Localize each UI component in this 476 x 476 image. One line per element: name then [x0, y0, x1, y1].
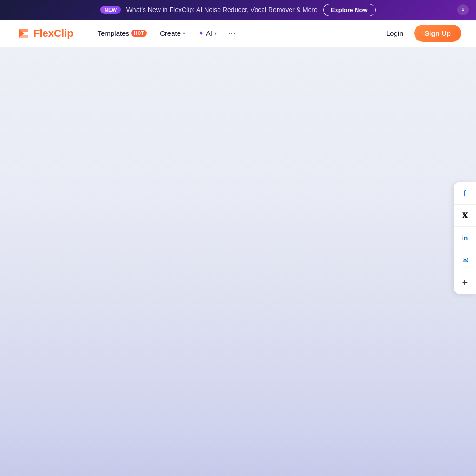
logo-clip: Clip [54, 27, 73, 39]
logo-text: FlexClip [33, 27, 73, 40]
navbar: FlexClip Templates HOT Create ▾ ✦ AI ▾ ·… [0, 20, 476, 47]
twitter-x-icon: 𝕏 [462, 212, 468, 220]
signup-button[interactable]: Sign Up [414, 25, 461, 42]
login-button[interactable]: Login [381, 26, 409, 41]
new-badge: NEW [100, 6, 120, 14]
templates-label: Templates [98, 29, 129, 37]
logo[interactable]: FlexClip [15, 25, 73, 42]
linkedin-icon: in [462, 234, 468, 242]
nav-templates[interactable]: Templates HOT [92, 26, 152, 41]
linkedin-share-button[interactable]: in [454, 227, 476, 249]
logo-flex: Flex [33, 27, 54, 39]
explore-now-button[interactable]: Explore Now [323, 4, 376, 16]
more-share-button[interactable]: + [454, 271, 476, 294]
twitter-share-button[interactable]: 𝕏 [454, 205, 476, 227]
ai-chevron-icon: ▾ [214, 31, 217, 36]
ai-label: AI [206, 29, 212, 37]
email-share-button[interactable]: ✉ [454, 249, 476, 271]
flexclip-logo-icon [15, 25, 32, 42]
hot-badge: HOT [131, 30, 147, 37]
announcement-banner: NEW What's New in FlexClip: AI Noise Red… [0, 0, 476, 20]
more-dots-icon: ··· [228, 28, 236, 39]
nav-links: Templates HOT Create ▾ ✦ AI ▾ ··· [92, 24, 381, 42]
nav-more[interactable]: ··· [224, 24, 239, 42]
plus-icon: + [462, 277, 468, 289]
footer-area [0, 429, 476, 476]
close-banner-button[interactable]: × [457, 4, 469, 15]
facebook-icon: f [463, 189, 466, 198]
create-chevron-icon: ▾ [183, 31, 185, 36]
nav-right: Login Sign Up [381, 25, 461, 42]
email-icon: ✉ [462, 256, 468, 264]
nav-ai[interactable]: ✦ AI ▾ [192, 25, 222, 41]
main-content [0, 47, 476, 429]
banner-text: What's New in FlexClip: AI Noise Reducer… [126, 6, 317, 13]
create-label: Create [160, 29, 181, 37]
banner-content: NEW What's New in FlexClip: AI Noise Red… [100, 4, 375, 16]
facebook-share-button[interactable]: f [454, 182, 476, 205]
close-icon: × [461, 6, 465, 13]
social-sidebar: f 𝕏 in ✉ + [454, 182, 476, 294]
nav-create[interactable]: Create ▾ [154, 26, 191, 41]
ai-star-icon: ✦ [198, 29, 204, 38]
